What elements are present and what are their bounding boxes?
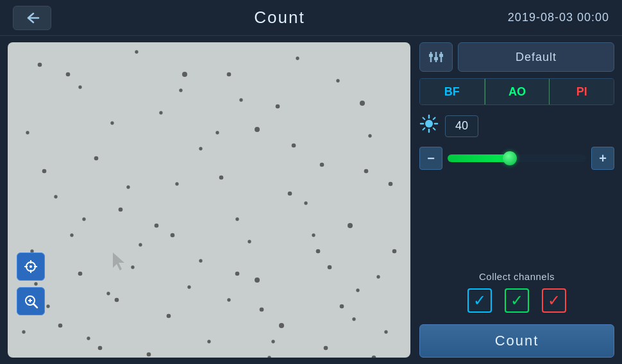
slider-row: − +	[419, 147, 614, 170]
svg-point-24	[255, 277, 260, 283]
slider-minus-button[interactable]: −	[419, 147, 442, 170]
svg-point-22	[139, 243, 142, 246]
svg-point-45	[126, 185, 130, 188]
svg-point-65	[82, 217, 85, 220]
svg-point-50	[155, 224, 159, 228]
svg-point-68	[392, 249, 397, 254]
checkboxes-row: ✓ ✓ ✓	[467, 288, 566, 313]
svg-point-53	[34, 282, 37, 285]
svg-rect-89	[429, 54, 433, 57]
svg-point-7	[26, 131, 29, 134]
svg-point-54	[115, 298, 119, 302]
brightness-icon	[419, 114, 439, 138]
back-button[interactable]	[13, 6, 51, 30]
svg-point-8	[94, 156, 99, 161]
svg-point-15	[119, 208, 123, 212]
header: Count 2019-08-03 00:00	[0, 0, 622, 36]
svg-point-5	[296, 56, 299, 60]
svg-point-43	[336, 79, 339, 82]
microscope-view	[8, 42, 410, 358]
svg-point-59	[182, 72, 187, 77]
tab-pi[interactable]: PI	[550, 79, 614, 104]
tab-bf[interactable]: BF	[420, 79, 485, 104]
svg-point-25	[316, 249, 321, 254]
svg-point-80	[29, 265, 32, 268]
svg-point-36	[207, 340, 210, 343]
checkbox-ao[interactable]: ✓	[505, 288, 529, 313]
svg-point-46	[219, 176, 224, 180]
svg-point-21	[78, 272, 83, 276]
tab-ao[interactable]: AO	[485, 79, 550, 104]
svg-point-70	[235, 272, 240, 276]
svg-line-99	[433, 118, 435, 120]
svg-point-69	[131, 265, 134, 269]
slider-plus-button[interactable]: +	[591, 147, 614, 170]
preset-row: Default	[419, 42, 614, 72]
svg-rect-91	[439, 54, 443, 57]
spacer	[419, 176, 614, 260]
svg-point-71	[352, 317, 355, 320]
checkbox-pi[interactable]: ✓	[542, 288, 566, 313]
svg-point-12	[320, 163, 324, 167]
svg-point-30	[227, 298, 230, 301]
right-panel: Default BF AO PI	[419, 42, 614, 358]
svg-point-41	[179, 88, 182, 92]
svg-point-18	[288, 192, 292, 196]
microscope-panel	[8, 42, 410, 358]
svg-point-51	[248, 240, 251, 243]
zoom-button[interactable]	[17, 287, 45, 315]
svg-point-32	[340, 304, 344, 309]
svg-point-39	[384, 330, 387, 333]
svg-point-63	[215, 131, 219, 134]
svg-point-48	[389, 182, 393, 186]
crosshair-button[interactable]	[17, 252, 45, 281]
svg-point-37	[267, 356, 271, 358]
svg-point-19	[348, 223, 353, 228]
preset-icon-button[interactable]	[419, 42, 453, 72]
checkbox-bf[interactable]: ✓	[467, 288, 492, 313]
brightness-row: 40	[419, 112, 614, 140]
svg-point-23	[199, 259, 202, 262]
svg-line-97	[423, 118, 425, 120]
svg-point-10	[199, 147, 202, 150]
slider-fill	[448, 154, 510, 162]
cursor-icon	[110, 251, 128, 274]
svg-point-11	[255, 127, 260, 132]
svg-point-47	[304, 201, 307, 204]
svg-point-9	[159, 111, 162, 114]
svg-point-26	[376, 275, 380, 278]
svg-point-42	[276, 104, 280, 109]
svg-point-92	[425, 120, 433, 128]
svg-point-66	[171, 233, 175, 238]
svg-point-38	[324, 346, 328, 351]
svg-point-6	[360, 101, 365, 106]
slider-track[interactable]	[448, 154, 586, 162]
slider-thumb[interactable]	[503, 151, 517, 165]
svg-marker-85	[113, 252, 124, 270]
svg-point-55	[187, 285, 190, 288]
count-button[interactable]: Count	[419, 324, 614, 358]
collect-channels-section: Collect channels ✓ ✓ ✓	[419, 266, 614, 318]
svg-point-56	[260, 308, 264, 312]
svg-point-61	[292, 144, 296, 148]
svg-point-60	[239, 98, 242, 101]
svg-point-72	[98, 346, 103, 351]
svg-point-2	[78, 85, 81, 88]
svg-point-13	[368, 134, 371, 137]
preset-name-button[interactable]: Default	[458, 42, 614, 72]
svg-point-52	[328, 265, 332, 270]
svg-point-62	[110, 121, 113, 124]
header-datetime: 2019-08-03 00:00	[508, 11, 609, 24]
svg-point-40	[66, 72, 71, 77]
svg-point-1	[38, 63, 42, 67]
svg-point-17	[235, 217, 239, 220]
svg-point-49	[70, 233, 73, 236]
svg-point-4	[227, 72, 231, 77]
channel-tabs: BF AO PI	[419, 78, 614, 105]
svg-point-35	[147, 352, 151, 357]
svg-point-58	[58, 324, 63, 328]
svg-point-14	[54, 195, 57, 198]
svg-point-57	[356, 288, 359, 292]
svg-point-28	[106, 292, 110, 295]
svg-point-29	[167, 314, 171, 318]
